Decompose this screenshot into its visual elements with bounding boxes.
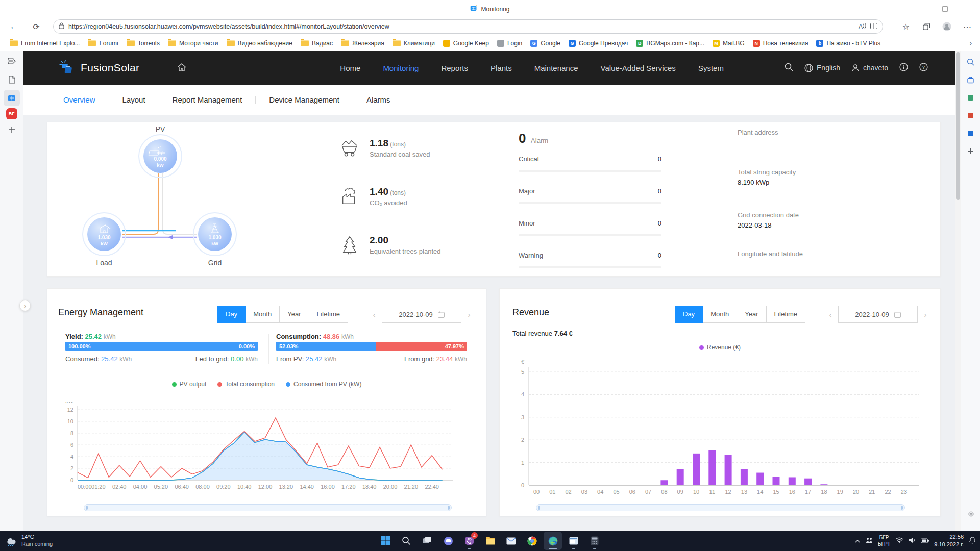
- subnav-item-overview[interactable]: Overview: [63, 95, 95, 104]
- energy-chart-zoom-slider[interactable]: [84, 504, 452, 511]
- collections-icon[interactable]: [919, 19, 934, 34]
- m365-icon[interactable]: [964, 108, 978, 122]
- address-bar[interactable]: https://region04eu5.fusionsolar.huawei.c…: [53, 19, 883, 34]
- taskbar-app-viber[interactable]: 4: [460, 532, 478, 550]
- settings-gear-icon[interactable]: [964, 507, 978, 521]
- fusionsolar-logo[interactable]: FusionSolar: [58, 60, 139, 76]
- legend-consumed-from-pv-kw[interactable]: Consumed from PV (kW): [286, 381, 361, 388]
- scrollbar-thumb[interactable]: [956, 52, 960, 200]
- subnav-item-layout[interactable]: Layout: [122, 95, 145, 104]
- panel-expand-button[interactable]: ›: [19, 300, 31, 311]
- notification-bell-icon[interactable]: [969, 537, 976, 545]
- profile-avatar[interactable]: [939, 19, 954, 34]
- bookmark-bgmaps-com-кар[interactable]: BBGMaps.com - Кар...: [632, 38, 708, 48]
- new-tab-plus-icon[interactable]: [4, 121, 20, 138]
- search-icon[interactable]: [785, 63, 793, 73]
- taskbar-app-calculator[interactable]: [585, 532, 604, 550]
- new-tab-page-icon[interactable]: [4, 71, 20, 88]
- bookmark-мотори-части[interactable]: Мотори части: [164, 38, 222, 48]
- minimize-button[interactable]: [910, 0, 933, 17]
- taskbar-app-chrome[interactable]: [523, 532, 541, 550]
- nav-item-plants[interactable]: Plants: [491, 64, 512, 72]
- legend-revenue[interactable]: Revenue (€): [699, 344, 741, 351]
- page-scrollbar[interactable]: [955, 51, 961, 531]
- bookmark-login[interactable]: Login: [494, 38, 526, 48]
- bookmark-google[interactable]: GGoogle: [527, 38, 564, 48]
- bookmark-torrents[interactable]: Torrents: [123, 38, 163, 48]
- favorites-star-icon[interactable]: ☆: [898, 19, 914, 34]
- taskbar-weather[interactable]: 14°C Rain coming: [5, 534, 53, 548]
- next-date-icon[interactable]: ›: [462, 310, 476, 319]
- split-screen-icon[interactable]: [870, 23, 877, 31]
- legend-pv-output[interactable]: PV output: [172, 381, 207, 388]
- home-icon[interactable]: [177, 63, 187, 73]
- taskbar-app-start[interactable]: [376, 532, 395, 550]
- subnav-item-alarms[interactable]: Alarms: [366, 95, 390, 104]
- refresh-icon[interactable]: ⟳: [29, 19, 44, 34]
- tab-bg[interactable]: БГ: [6, 108, 17, 119]
- bookmark-железария[interactable]: Железария: [337, 38, 388, 48]
- bookmark-на-живо-btv-plus[interactable]: bНа живо - bTV Plus: [813, 38, 884, 48]
- people-icon[interactable]: [866, 537, 873, 545]
- nav-item-monitoring[interactable]: Monitoring: [383, 64, 419, 72]
- volume-icon[interactable]: [909, 537, 916, 545]
- energy-tab-lifetime[interactable]: Lifetime: [309, 306, 349, 323]
- taskbar-app-mail[interactable]: [502, 532, 520, 550]
- bookmark-from-internet-explo[interactable]: From Internet Explo...: [6, 38, 83, 48]
- bookmark-климатици[interactable]: Климатици: [389, 38, 438, 48]
- bookmark-google-преводач[interactable]: GGoogle Преводач: [565, 38, 631, 48]
- back-icon[interactable]: ←: [6, 19, 21, 34]
- bookmark-нова-телевизия[interactable]: NНова телевизия: [749, 38, 812, 48]
- tab-fusionsolar[interactable]: [4, 90, 20, 106]
- energy-tab-year[interactable]: Year: [279, 306, 309, 323]
- taskbar-app-task-view[interactable]: [418, 532, 436, 550]
- bookmark-вадиас[interactable]: Вадиас: [297, 38, 336, 48]
- outlook-icon[interactable]: [964, 126, 978, 140]
- grid-node[interactable]: 1.030 kW: [193, 213, 236, 256]
- prev-date-icon[interactable]: ‹: [368, 310, 381, 319]
- help-icon[interactable]: ?: [919, 63, 928, 73]
- wifi-icon[interactable]: [895, 537, 903, 545]
- info-icon[interactable]: [899, 63, 908, 73]
- energy-date-field[interactable]: 2022-10-09: [382, 306, 461, 323]
- prev-date-icon[interactable]: ‹: [824, 310, 837, 319]
- shopping-icon[interactable]: [964, 72, 978, 87]
- taskbar-app-file-explorer[interactable]: [481, 532, 499, 550]
- close-button[interactable]: [957, 0, 980, 17]
- bookmark-mail-bg[interactable]: MMail.BG: [709, 38, 748, 48]
- user-menu[interactable]: chaveto: [851, 64, 888, 72]
- tab-actions-icon[interactable]: [4, 53, 20, 69]
- bookmark-видео-наблюдение[interactable]: Видео наблюдение: [223, 38, 296, 48]
- subnav-item-device-management[interactable]: Device Management: [269, 95, 339, 104]
- discover-icon[interactable]: [964, 55, 978, 69]
- maximize-button[interactable]: [933, 0, 957, 17]
- taskbar-app-snip-tool[interactable]: [565, 532, 583, 550]
- bookmark-forumi[interactable]: Forumi: [84, 38, 121, 48]
- energy-tab-month[interactable]: Month: [245, 306, 280, 323]
- bookmarks-overflow-icon[interactable]: ›: [970, 39, 972, 47]
- taskbar-app-search[interactable]: [397, 532, 415, 550]
- battery-icon[interactable]: [921, 537, 929, 545]
- legend-total-consumption[interactable]: Total consumption: [217, 381, 275, 388]
- revenue-tab-lifetime[interactable]: Lifetime: [766, 306, 806, 323]
- tools-icon[interactable]: [964, 90, 978, 105]
- bookmark-google-keep[interactable]: Google Keep: [439, 38, 493, 48]
- revenue-date-field[interactable]: 2022-10-09: [838, 306, 918, 323]
- nav-item-value-added-services[interactable]: Value-Added Services: [601, 64, 676, 72]
- taskbar-clock[interactable]: 22:56 9.10.2022 г.: [934, 533, 964, 548]
- revenue-chart-zoom-slider[interactable]: [536, 504, 905, 511]
- more-menu-icon[interactable]: ⋯: [960, 19, 975, 34]
- nav-item-maintenance[interactable]: Maintenance: [534, 64, 578, 72]
- load-node[interactable]: 1.030 kW: [83, 213, 126, 256]
- nav-item-home[interactable]: Home: [340, 64, 360, 72]
- pv-node[interactable]: 0.000 kW: [139, 135, 182, 178]
- subnav-item-report-management[interactable]: Report Management: [173, 95, 242, 104]
- hidden-icons-chevron[interactable]: [854, 537, 861, 545]
- revenue-tab-month[interactable]: Month: [702, 306, 737, 323]
- nav-item-system[interactable]: System: [698, 64, 724, 72]
- taskbar-app-edge[interactable]: [544, 532, 562, 550]
- language-indicator[interactable]: БГР БГРТ: [878, 534, 890, 547]
- read-aloud-icon[interactable]: A: [859, 23, 866, 30]
- taskbar-app-chat[interactable]: [439, 532, 457, 550]
- nav-item-reports[interactable]: Reports: [441, 64, 468, 72]
